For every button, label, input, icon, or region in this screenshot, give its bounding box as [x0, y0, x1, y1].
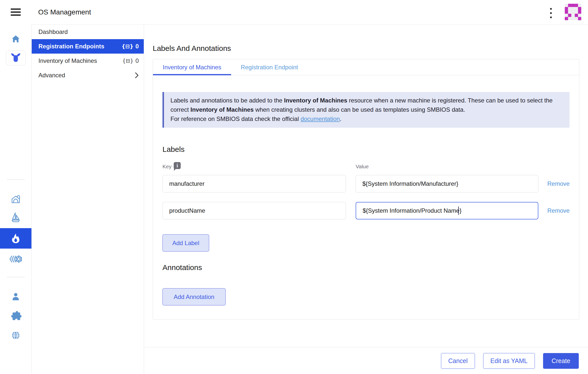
hamburger-menu-icon[interactable]	[11, 8, 21, 16]
user-icon[interactable]	[11, 292, 21, 302]
side-nav: Dashboard Registration Endpoints {⊟} 0 I…	[32, 25, 144, 83]
key-column-header: Key i	[162, 164, 181, 171]
resource-count-badge: {⊟} 0	[122, 43, 139, 50]
remove-label-link[interactable]: Remove	[547, 175, 570, 192]
resource-count: 0	[136, 43, 139, 50]
banner-text: when creating clusters and also can be u…	[254, 106, 465, 113]
turbine-gear-icon[interactable]	[9, 255, 22, 263]
nav-item-advanced[interactable]: Advanced	[32, 68, 144, 83]
tab-bar: Inventory of Machines Registration Endpo…	[153, 59, 579, 75]
home-icon[interactable]	[11, 34, 20, 44]
sailboat-icon[interactable]	[10, 211, 21, 223]
nav-item-label: Advanced	[38, 72, 135, 79]
main-content: Labels And Annotations Inventory of Mach…	[144, 25, 588, 374]
label-key-input[interactable]: manufacturer	[162, 175, 346, 192]
banner-bold: Inventory of Machines	[190, 106, 254, 113]
globe-icon[interactable]	[11, 330, 21, 340]
rail-section-divider	[7, 179, 25, 180]
labels-heading: Labels	[162, 145, 184, 154]
nav-item-dashboard[interactable]: Dashboard	[32, 25, 144, 39]
pixel-avatar-logo[interactable]	[565, 4, 581, 20]
remove-label-link[interactable]: Remove	[547, 202, 570, 219]
nav-item-label: Inventory of Machines	[38, 57, 122, 64]
edit-as-yaml-button[interactable]: Edit as YAML	[483, 353, 535, 369]
tab-inventory-of-machines[interactable]: Inventory of Machines	[153, 59, 231, 75]
banner-bold: Inventory of Machines	[284, 97, 347, 104]
tab-registration-endpoint[interactable]: Registration Endpoint	[231, 59, 308, 75]
page-title: OS Management	[38, 0, 91, 24]
kebab-menu-icon[interactable]	[550, 8, 552, 18]
nav-item-label: Dashboard	[38, 28, 139, 35]
os-management-rail-item[interactable]	[0, 228, 31, 249]
rail-section-divider	[7, 277, 25, 277]
resource-count-icon: {⊟}	[122, 43, 134, 49]
section-title: Labels And Annotations	[153, 44, 231, 53]
resource-count-icon: {⊟}	[122, 58, 133, 64]
puzzle-icon[interactable]	[10, 310, 21, 322]
labels-annotations-card: Inventory of Machines Registration Endpo…	[153, 59, 579, 320]
info-icon[interactable]: i	[174, 162, 181, 169]
add-label-button[interactable]: Add Label	[162, 234, 209, 252]
tab-label: Registration Endpoint	[241, 64, 298, 71]
info-banner: Labels and annotations to be added to th…	[162, 92, 570, 128]
banner-text: .	[340, 115, 342, 122]
label-value-input[interactable]: ${System Information/Manufacturer}	[356, 175, 538, 192]
nav-item-label: Registration Endpoints	[38, 43, 122, 50]
chevron-right-icon	[135, 72, 139, 79]
bull-app-button[interactable]	[6, 50, 25, 65]
action-bar: Cancel Edit as YAML Create	[144, 347, 588, 374]
resource-count: 0	[136, 57, 139, 64]
label-key-input[interactable]: productName	[162, 202, 346, 219]
add-annotation-button[interactable]: Add Annotation	[162, 288, 226, 305]
bull-icon	[10, 53, 21, 63]
documentation-link[interactable]: documentation	[300, 115, 340, 122]
banner-text: For reference on SMBIOS data check the o…	[170, 115, 300, 122]
annotations-heading: Annotations	[162, 263, 202, 272]
tab-label: Inventory of Machines	[163, 64, 221, 71]
text-caret	[458, 206, 459, 215]
create-button[interactable]: Create	[543, 353, 579, 369]
nav-item-inventory-of-machines[interactable]: Inventory of Machines {⊟} 0	[32, 54, 144, 68]
value-column-header: Value	[356, 164, 369, 170]
label-value-input-focused[interactable]: ${System Information/Product Name}	[356, 202, 538, 219]
nav-item-registration-endpoints[interactable]: Registration Endpoints {⊟} 0	[32, 39, 144, 54]
icon-rail	[0, 24, 31, 374]
resource-count-badge: {⊟} 0	[122, 57, 139, 64]
top-header: OS Management	[0, 0, 588, 24]
cancel-button[interactable]: Cancel	[441, 353, 475, 369]
banner-text: Labels and annotations to be added to th…	[170, 97, 284, 104]
barn-icon[interactable]	[10, 194, 21, 204]
flame-icon	[10, 233, 21, 244]
